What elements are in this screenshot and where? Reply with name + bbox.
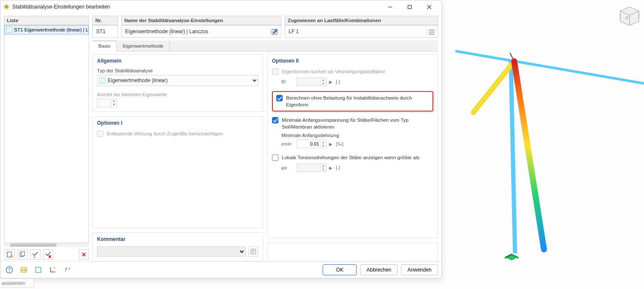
search-eigenshapes-checkbox xyxy=(272,69,278,75)
group-allgemein: Allgemein Typ der Stabilitätsanalyse Eig… xyxy=(92,54,263,112)
function-button[interactable]: f↗ xyxy=(62,264,73,275)
assistant-stub: assistenten xyxy=(0,278,34,288)
svg-line-3 xyxy=(473,61,514,112)
svg-text:?: ? xyxy=(8,267,11,272)
list-item-label: ST1 Eigenwertmethode (linear) | Lancz xyxy=(14,27,89,32)
relief-tension-label: Entlastende Wirkung durch Zugkräfte berü… xyxy=(107,130,223,137)
emin-input[interactable]: 0.01 ▲▼ xyxy=(297,140,326,148)
svg-rect-16 xyxy=(408,5,411,9)
model-viewport[interactable] xyxy=(443,0,644,289)
assign-heading: Zugewiesen an Lastfälle/Kombinationen xyxy=(285,16,438,25)
emin-unit: [‰] xyxy=(336,141,343,146)
dialog-footer: ? 0,00 f↗ OK Abbrechen Anwenden xyxy=(0,261,441,278)
svg-text:-Y: -Y xyxy=(624,16,629,20)
arrow-right-icon[interactable]: ▶ xyxy=(329,142,333,146)
apply-button[interactable]: Anwenden xyxy=(401,264,438,275)
svg-rect-29 xyxy=(429,34,435,35)
svg-rect-27 xyxy=(429,29,435,31)
spin-up-icon[interactable]: ▲ xyxy=(321,140,326,144)
app-icon xyxy=(3,3,10,10)
copy-item-button[interactable] xyxy=(17,249,28,260)
help-button[interactable]: ? xyxy=(4,264,15,275)
eigenvalue-count-input[interactable]: ▲▼ xyxy=(97,99,117,107)
min-strain-label: Minimale Anfangsdehnung xyxy=(281,133,433,138)
comment-edit-button[interactable] xyxy=(248,246,258,257)
stability-settings-dialog: Stabilitätsanalyse-Einstellungen bearbei… xyxy=(0,0,442,278)
window-title: Stabilitätsanalyse-Einstellungen bearbei… xyxy=(12,4,110,10)
color-swatch-icon xyxy=(6,27,12,33)
group-title: Optionen II xyxy=(272,58,433,64)
view-cube[interactable]: -Y xyxy=(618,4,641,28)
count-label: Anzahl der kleinsten Eigenwerte xyxy=(97,92,258,97)
group-title: Allgemein xyxy=(97,58,258,64)
torsion-display-label: Lokale Torsionsdrehungen der Stäbe anzei… xyxy=(282,154,419,161)
svg-line-4 xyxy=(514,61,544,249)
color-swatch-icon xyxy=(100,77,106,83)
name-heading: Name der Stabilitätsanalyse-Einstellunge… xyxy=(121,16,281,25)
arrow-right-icon: ▶ xyxy=(329,80,333,84)
tab-eigenwertmethode[interactable]: Eigenwertmethode xyxy=(117,40,170,51)
tab-basis[interactable]: Basis xyxy=(92,40,117,52)
check-delete-button[interactable] xyxy=(43,249,53,260)
svg-text:0,00: 0,00 xyxy=(21,269,27,272)
phix-input: ▲▼ xyxy=(297,163,326,172)
torsion-display-checkbox[interactable] xyxy=(272,155,278,161)
spin-up-icon[interactable]: ▲ xyxy=(112,99,116,103)
cancel-button[interactable]: Abbrechen xyxy=(360,264,398,275)
f0-label: f0 xyxy=(281,79,294,84)
header-row: Nr. ST1 Name der Stabilitätsanalyse-Eins… xyxy=(92,16,438,38)
assigned-field[interactable]: LF 1 xyxy=(285,25,438,38)
spin-down-icon[interactable]: ▼ xyxy=(112,103,116,107)
list-heading: Liste xyxy=(4,16,89,25)
horizontal-scrollbar[interactable] xyxy=(4,243,89,247)
svg-text:f: f xyxy=(65,267,67,273)
min-prestress-checkbox[interactable] xyxy=(272,117,278,123)
highlight-box: Berechnen ohne Belastung für Instabilitä… xyxy=(272,91,433,112)
settings-list[interactable]: ST1 Eigenwertmethode (linear) | Lancz xyxy=(4,25,89,247)
arrow-right-icon: ▶ xyxy=(329,166,333,170)
svg-text:↗: ↗ xyxy=(68,267,71,271)
edit-name-icon[interactable] xyxy=(270,27,279,37)
assigned-list-icon[interactable] xyxy=(426,27,436,37)
nr-field[interactable]: ST1 xyxy=(92,25,118,38)
ok-button[interactable]: OK xyxy=(323,264,357,275)
maximize-button[interactable] xyxy=(400,0,419,13)
titlebar[interactable]: Stabilitätsanalyse-Einstellungen bearbei… xyxy=(0,0,441,13)
list-toolbar: ✕ xyxy=(4,247,89,261)
group-optionen-1: Optionen I Entlastende Wirkung durch Zug… xyxy=(92,116,263,228)
min-prestress-label: Minimale Anfangsvorspannung für Stäbe/Fl… xyxy=(282,117,433,130)
svg-line-1 xyxy=(511,60,515,253)
axis-button[interactable] xyxy=(47,264,58,275)
analysis-type-select[interactable]: Eigenwertmethode (linear) xyxy=(97,75,258,86)
emin-value: 0.01 xyxy=(310,141,319,146)
f0-unit: [-] xyxy=(336,79,340,84)
list-item[interactable]: ST1 Eigenwertmethode (linear) | Lancz xyxy=(4,25,89,34)
group-title: Optionen I xyxy=(97,120,258,126)
group-optionen-2: Optionen II Eigenformen suchen ab Verzwe… xyxy=(267,54,438,238)
svg-line-0 xyxy=(455,51,644,83)
check-down-button[interactable] xyxy=(30,249,40,260)
name-field[interactable]: Eigenwertmethode (linear) | Lanczos xyxy=(121,25,281,38)
units-button[interactable]: 0,00 xyxy=(18,264,29,275)
f0-input: ▲▼ xyxy=(297,77,326,86)
group-empty xyxy=(267,243,438,261)
group-kommentar: Kommentar xyxy=(92,232,263,261)
delete-item-button[interactable]: ✕ xyxy=(79,249,89,260)
search-eigenshapes-label: Eigenformen suchen ab Verzweigungslastfa… xyxy=(282,68,385,75)
svg-rect-28 xyxy=(429,31,435,33)
minimize-button[interactable] xyxy=(380,0,400,13)
list-panel: Liste ST1 Eigenwertmethode (linear) | La… xyxy=(4,16,89,261)
comment-select[interactable] xyxy=(97,246,246,257)
svg-point-14 xyxy=(6,6,8,8)
svg-rect-38 xyxy=(36,267,41,272)
phix-label: φx xyxy=(281,165,294,170)
new-item-button[interactable] xyxy=(5,249,15,260)
type-label: Typ der Stabilitätsanalyse xyxy=(97,68,258,73)
no-load-checkbox[interactable] xyxy=(276,95,283,101)
emin-label: εmin xyxy=(281,141,294,146)
spin-down-icon[interactable]: ▼ xyxy=(321,144,326,148)
name-value: Eigenwertmethode (linear) | Lanczos xyxy=(125,29,208,34)
view-rect-button[interactable] xyxy=(33,264,44,275)
close-button[interactable] xyxy=(419,0,439,13)
svg-rect-23 xyxy=(21,252,25,256)
